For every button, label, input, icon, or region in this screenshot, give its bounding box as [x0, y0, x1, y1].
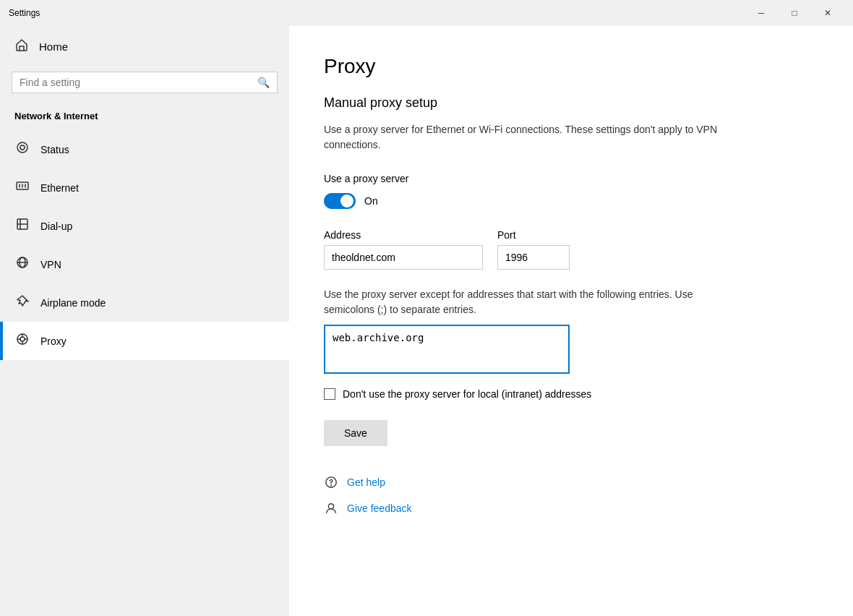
ethernet-label: Ethernet	[40, 182, 79, 194]
get-help-link[interactable]: Get help	[324, 475, 818, 489]
description-text: Use a proxy server for Ethernet or Wi-Fi…	[324, 122, 729, 153]
address-port-row: Address Port	[324, 229, 818, 270]
port-input[interactable]	[497, 245, 570, 270]
checkbox-label: Don't use the proxy server for local (in…	[343, 388, 591, 400]
sidebar-item-dialup[interactable]: Dial-up	[0, 207, 289, 245]
ethernet-icon	[14, 179, 30, 197]
sidebar-item-proxy[interactable]: Proxy	[0, 322, 289, 360]
home-nav-item[interactable]: Home	[0, 26, 289, 67]
local-addresses-checkbox[interactable]	[324, 388, 335, 400]
proxy-toggle-row: On	[324, 193, 818, 209]
title-bar: Settings ─ □ ✕	[0, 0, 853, 26]
help-icon	[324, 475, 338, 489]
toggle-state-label: On	[364, 195, 378, 207]
svg-point-13	[20, 337, 25, 341]
feedback-icon	[324, 501, 338, 516]
section-title: Manual proxy setup	[324, 95, 818, 111]
port-group: Port	[497, 229, 570, 270]
footer-links: Get help Give feedback	[324, 475, 818, 516]
give-feedback-link[interactable]: Give feedback	[324, 501, 818, 516]
window-title: Settings	[9, 8, 40, 18]
toggle-knob	[340, 194, 353, 208]
exceptions-description: Use the proxy server except for addresse…	[324, 287, 729, 317]
address-label: Address	[324, 229, 483, 241]
give-feedback-label: Give feedback	[347, 502, 412, 514]
home-icon	[14, 38, 29, 56]
home-label: Home	[39, 40, 68, 53]
maximize-button[interactable]: □	[778, 4, 811, 22]
status-icon	[14, 140, 30, 158]
vpn-label: VPN	[40, 259, 61, 270]
sidebar-item-airplane[interactable]: Airplane mode	[0, 283, 289, 322]
checkbox-row[interactable]: Don't use the proxy server for local (in…	[324, 388, 818, 400]
exceptions-input[interactable]: web.archive.org	[324, 325, 570, 374]
address-input[interactable]	[324, 245, 483, 270]
address-group: Address	[324, 229, 483, 270]
airplane-icon	[14, 294, 30, 312]
port-label: Port	[497, 229, 570, 241]
content-area: Proxy Manual proxy setup Use a proxy ser…	[289, 26, 853, 616]
status-label: Status	[40, 144, 69, 155]
page-title: Proxy	[324, 55, 818, 78]
window-controls: ─ □ ✕	[745, 4, 844, 22]
main-window: Home 🔍 Network & Internet Status	[0, 26, 853, 616]
sidebar-item-vpn[interactable]: VPN	[0, 245, 289, 283]
proxy-label: Proxy	[40, 335, 67, 347]
dialup-icon	[14, 217, 30, 235]
svg-point-20	[328, 504, 333, 509]
svg-point-1	[20, 145, 25, 150]
svg-point-0	[17, 142, 27, 153]
search-box[interactable]: 🔍	[12, 72, 278, 93]
vpn-icon	[14, 255, 30, 273]
use-proxy-label: Use a proxy server	[324, 173, 818, 184]
sidebar-item-ethernet[interactable]: Ethernet	[0, 168, 289, 207]
save-button[interactable]: Save	[324, 420, 387, 446]
airplane-label: Airplane mode	[40, 297, 106, 309]
dialup-label: Dial-up	[40, 221, 72, 232]
proxy-toggle[interactable]	[324, 193, 356, 209]
section-title: Network & Internet	[0, 105, 289, 130]
search-icon: 🔍	[257, 77, 270, 88]
get-help-label: Get help	[347, 476, 385, 488]
proxy-icon	[14, 332, 30, 350]
search-input[interactable]	[20, 77, 257, 88]
sidebar: Home 🔍 Network & Internet Status	[0, 26, 289, 616]
minimize-button[interactable]: ─	[745, 4, 778, 22]
close-button[interactable]: ✕	[811, 4, 844, 22]
sidebar-item-status[interactable]: Status	[0, 130, 289, 168]
svg-point-19	[331, 485, 332, 486]
